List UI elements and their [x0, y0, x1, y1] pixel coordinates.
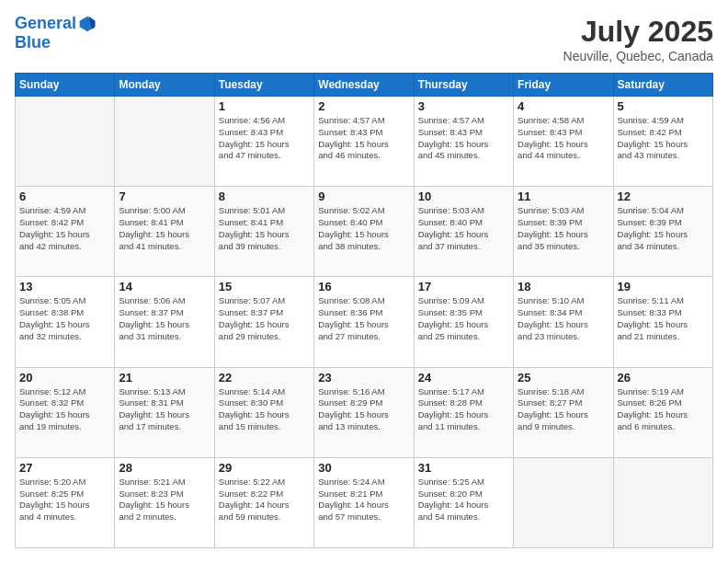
day-number: 18	[518, 280, 609, 293]
calendar-cell: 14Sunrise: 5:06 AM Sunset: 8:37 PM Dayli…	[115, 277, 214, 367]
day-detail: Sunrise: 5:03 AM Sunset: 8:39 PM Dayligh…	[518, 205, 609, 252]
calendar-cell: 28Sunrise: 5:21 AM Sunset: 8:23 PM Dayli…	[115, 457, 214, 547]
calendar-body: 1Sunrise: 4:56 AM Sunset: 8:43 PM Daylig…	[16, 97, 713, 548]
calendar-cell: 11Sunrise: 5:03 AM Sunset: 8:39 PM Dayli…	[514, 187, 613, 277]
day-detail: Sunrise: 5:18 AM Sunset: 8:27 PM Dayligh…	[518, 386, 609, 433]
day-number: 29	[219, 461, 310, 475]
day-number: 23	[318, 371, 409, 385]
calendar-cell: 27Sunrise: 5:20 AM Sunset: 8:25 PM Dayli…	[16, 457, 115, 547]
day-detail: Sunrise: 5:14 AM Sunset: 8:30 PM Dayligh…	[219, 386, 310, 433]
calendar-cell: 19Sunrise: 5:11 AM Sunset: 8:33 PM Dayli…	[613, 277, 712, 367]
calendar-cell: 23Sunrise: 5:16 AM Sunset: 8:29 PM Dayli…	[314, 367, 414, 457]
title-block: July 2025 Neuville, Quebec, Canada	[563, 15, 713, 63]
month-title: July 2025	[563, 15, 713, 49]
day-number: 9	[318, 190, 409, 203]
day-detail: Sunrise: 5:03 AM Sunset: 8:40 PM Dayligh…	[418, 205, 509, 252]
day-number: 14	[119, 280, 210, 293]
weekday-header-cell: Wednesday	[314, 74, 414, 97]
day-detail: Sunrise: 5:06 AM Sunset: 8:37 PM Dayligh…	[119, 295, 210, 342]
day-detail: Sunrise: 5:08 AM Sunset: 8:36 PM Dayligh…	[318, 295, 409, 342]
calendar-week-row: 6Sunrise: 4:59 AM Sunset: 8:42 PM Daylig…	[16, 187, 713, 277]
day-number: 13	[19, 280, 110, 293]
calendar-cell: 1Sunrise: 4:56 AM Sunset: 8:43 PM Daylig…	[214, 97, 313, 187]
day-number: 24	[418, 371, 509, 385]
day-number: 30	[318, 461, 409, 475]
day-number: 7	[119, 190, 210, 203]
calendar-cell	[16, 97, 115, 187]
page: General Blue July 2025 Neuville, Quebec,…	[0, 0, 728, 563]
calendar-cell	[115, 97, 214, 187]
calendar-cell: 18Sunrise: 5:10 AM Sunset: 8:34 PM Dayli…	[514, 277, 613, 367]
calendar-cell: 16Sunrise: 5:08 AM Sunset: 8:36 PM Dayli…	[314, 277, 414, 367]
logo-icon	[78, 15, 97, 33]
day-number: 15	[219, 280, 310, 293]
weekday-header-cell: Friday	[514, 74, 613, 97]
day-number: 22	[219, 371, 310, 385]
weekday-header-cell: Tuesday	[214, 74, 313, 97]
day-number: 2	[318, 99, 409, 113]
calendar-cell: 13Sunrise: 5:05 AM Sunset: 8:38 PM Dayli…	[16, 277, 115, 367]
calendar-week-row: 1Sunrise: 4:56 AM Sunset: 8:43 PM Daylig…	[16, 97, 713, 187]
calendar-cell	[613, 457, 712, 547]
calendar-cell: 4Sunrise: 4:58 AM Sunset: 8:43 PM Daylig…	[514, 97, 613, 187]
calendar-week-row: 13Sunrise: 5:05 AM Sunset: 8:38 PM Dayli…	[16, 277, 713, 367]
logo-text: General	[15, 15, 76, 33]
day-detail: Sunrise: 4:58 AM Sunset: 8:43 PM Dayligh…	[518, 115, 609, 162]
day-number: 25	[518, 371, 609, 385]
calendar-week-row: 27Sunrise: 5:20 AM Sunset: 8:25 PM Dayli…	[16, 457, 713, 547]
day-number: 12	[618, 190, 709, 203]
calendar-cell	[514, 457, 613, 547]
day-detail: Sunrise: 4:57 AM Sunset: 8:43 PM Dayligh…	[418, 115, 509, 162]
calendar-week-row: 20Sunrise: 5:12 AM Sunset: 8:32 PM Dayli…	[16, 367, 713, 457]
day-number: 11	[518, 190, 609, 203]
calendar-cell: 2Sunrise: 4:57 AM Sunset: 8:43 PM Daylig…	[314, 97, 414, 187]
day-detail: Sunrise: 4:59 AM Sunset: 8:42 PM Dayligh…	[19, 205, 110, 252]
day-number: 27	[19, 461, 110, 475]
day-detail: Sunrise: 5:07 AM Sunset: 8:37 PM Dayligh…	[219, 295, 310, 342]
calendar-table: SundayMondayTuesdayWednesdayThursdayFrid…	[15, 73, 713, 548]
calendar-cell: 6Sunrise: 4:59 AM Sunset: 8:42 PM Daylig…	[16, 187, 115, 277]
calendar-cell: 29Sunrise: 5:22 AM Sunset: 8:22 PM Dayli…	[214, 457, 313, 547]
calendar-cell: 7Sunrise: 5:00 AM Sunset: 8:41 PM Daylig…	[115, 187, 214, 277]
calendar-cell: 17Sunrise: 5:09 AM Sunset: 8:35 PM Dayli…	[414, 277, 513, 367]
location: Neuville, Quebec, Canada	[563, 49, 713, 63]
logo-blue: Blue	[15, 33, 97, 52]
day-detail: Sunrise: 4:59 AM Sunset: 8:42 PM Dayligh…	[618, 115, 709, 162]
logo: General Blue	[15, 15, 97, 52]
calendar-cell: 9Sunrise: 5:02 AM Sunset: 8:40 PM Daylig…	[314, 187, 414, 277]
day-detail: Sunrise: 5:04 AM Sunset: 8:39 PM Dayligh…	[618, 205, 709, 252]
day-number: 4	[518, 99, 609, 113]
day-detail: Sunrise: 5:19 AM Sunset: 8:26 PM Dayligh…	[618, 386, 709, 433]
day-detail: Sunrise: 5:17 AM Sunset: 8:28 PM Dayligh…	[418, 386, 509, 433]
calendar-cell: 12Sunrise: 5:04 AM Sunset: 8:39 PM Dayli…	[613, 187, 712, 277]
day-detail: Sunrise: 5:02 AM Sunset: 8:40 PM Dayligh…	[318, 205, 409, 252]
day-number: 20	[19, 371, 110, 385]
day-number: 31	[418, 461, 509, 475]
day-detail: Sunrise: 4:57 AM Sunset: 8:43 PM Dayligh…	[318, 115, 409, 162]
day-number: 17	[418, 280, 509, 293]
calendar-cell: 21Sunrise: 5:13 AM Sunset: 8:31 PM Dayli…	[115, 367, 214, 457]
day-detail: Sunrise: 5:05 AM Sunset: 8:38 PM Dayligh…	[19, 295, 110, 342]
day-number: 28	[119, 461, 210, 475]
day-number: 21	[119, 371, 210, 385]
day-number: 3	[418, 99, 509, 113]
day-number: 8	[219, 190, 310, 203]
day-number: 6	[19, 190, 110, 203]
calendar-cell: 5Sunrise: 4:59 AM Sunset: 8:42 PM Daylig…	[613, 97, 712, 187]
day-number: 16	[318, 280, 409, 293]
day-detail: Sunrise: 5:12 AM Sunset: 8:32 PM Dayligh…	[19, 386, 110, 433]
day-detail: Sunrise: 5:01 AM Sunset: 8:41 PM Dayligh…	[219, 205, 310, 252]
day-detail: Sunrise: 5:00 AM Sunset: 8:41 PM Dayligh…	[119, 205, 210, 252]
calendar-cell: 15Sunrise: 5:07 AM Sunset: 8:37 PM Dayli…	[214, 277, 313, 367]
weekday-header-cell: Thursday	[414, 74, 513, 97]
day-detail: Sunrise: 5:25 AM Sunset: 8:20 PM Dayligh…	[418, 477, 509, 523]
weekday-header-cell: Saturday	[613, 74, 712, 97]
day-number: 26	[618, 371, 709, 385]
day-number: 19	[618, 280, 709, 293]
calendar-cell: 3Sunrise: 4:57 AM Sunset: 8:43 PM Daylig…	[414, 97, 513, 187]
calendar-cell: 10Sunrise: 5:03 AM Sunset: 8:40 PM Dayli…	[414, 187, 513, 277]
header: General Blue July 2025 Neuville, Quebec,…	[15, 15, 713, 63]
calendar-cell: 25Sunrise: 5:18 AM Sunset: 8:27 PM Dayli…	[514, 367, 613, 457]
weekday-header-row: SundayMondayTuesdayWednesdayThursdayFrid…	[16, 74, 713, 97]
calendar-cell: 24Sunrise: 5:17 AM Sunset: 8:28 PM Dayli…	[414, 367, 513, 457]
